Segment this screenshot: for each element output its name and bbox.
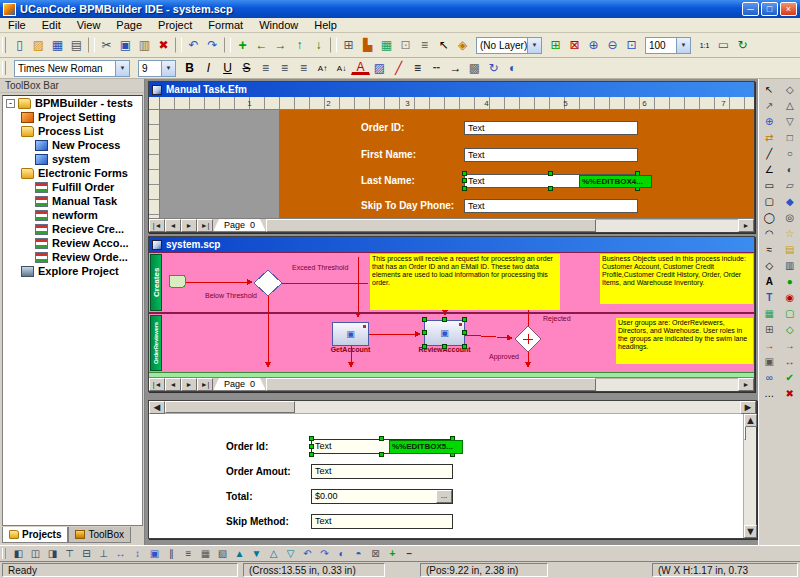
nudge-left-icon[interactable]: ←	[252, 36, 271, 55]
last-page-button[interactable]: ►|	[197, 219, 213, 232]
menu-edit[interactable]: Edit	[34, 18, 69, 33]
edge-label-approved[interactable]: Approved	[489, 353, 519, 360]
layer-select[interactable]: (No Layer) ▼	[476, 37, 542, 54]
tree-item-explore-project[interactable]: Explore Project	[3, 264, 142, 278]
zoom-actual-icon[interactable]: 1:1	[695, 36, 714, 55]
insert-chart-icon[interactable]: ▙	[358, 36, 377, 55]
order-id-input[interactable]: Text	[464, 121, 638, 135]
insert-image-icon[interactable]: ▦	[377, 36, 396, 55]
tree-item-process-list[interactable]: Process List	[3, 124, 142, 138]
manual-task-titlebar[interactable]: Manual Task.Efm	[149, 82, 754, 97]
add-element-icon[interactable]: +	[233, 36, 252, 55]
flip-icon[interactable]: ◐	[503, 59, 522, 78]
bring-to-front-icon[interactable]: ▲	[231, 546, 248, 561]
copy-icon[interactable]: ▣	[116, 36, 135, 55]
vertical-scrollbar[interactable]: ▲ ▼	[743, 414, 756, 538]
menu-view[interactable]: View	[69, 18, 109, 33]
zoom-window-icon[interactable]: ⊡	[622, 36, 641, 55]
order-amount-input[interactable]: Text	[311, 464, 453, 479]
link-tool-icon[interactable]: ∞	[761, 369, 778, 385]
horizontal-scrollbar-track[interactable]	[295, 401, 740, 413]
align-right-edges-icon[interactable]: ◨	[44, 546, 61, 561]
dropdown-arrow-icon[interactable]: ▼	[161, 61, 175, 76]
line-tool-icon[interactable]: ╱	[761, 145, 778, 161]
task-node-icon[interactable]: ▢	[781, 305, 798, 321]
arrow-connector-icon[interactable]: →	[781, 337, 798, 353]
nudge-up-icon[interactable]: ↑	[290, 36, 309, 55]
menu-page[interactable]: Page	[108, 18, 150, 33]
menu-project[interactable]: Project	[150, 18, 200, 33]
total-input[interactable]: $0.00	[311, 489, 453, 504]
horizontal-scrollbar-thumb[interactable]	[266, 378, 596, 391]
redo-icon[interactable]: ↷	[203, 36, 222, 55]
zoom-in-icon[interactable]: ⊕	[584, 36, 603, 55]
lock-icon[interactable]: ⊠	[367, 546, 384, 561]
toolbar-grip[interactable]	[2, 548, 6, 559]
shadow-icon[interactable]: ▩	[465, 59, 484, 78]
menu-format[interactable]: Format	[200, 18, 251, 33]
font-shrink-icon[interactable]: A↓	[332, 59, 351, 78]
horizontal-scrollbar-track[interactable]	[596, 378, 738, 391]
text-tool-icon[interactable]: A	[761, 273, 778, 289]
align-right-icon[interactable]: ≡	[294, 59, 313, 78]
show-grid-icon[interactable]: ⊡	[396, 36, 415, 55]
zoom-select[interactable]: 100 ▼	[645, 37, 691, 54]
square-shape-icon[interactable]: □	[781, 129, 798, 145]
align-left-edges-icon[interactable]: ◧	[10, 546, 27, 561]
tree-item-manual-task[interactable]: Manual Task	[3, 194, 142, 208]
order-form-canvas[interactable]: Order Id: Text %%EDITBOX5... Order Amout…	[149, 414, 743, 538]
align-bottom-icon[interactable]: ⊥	[95, 546, 112, 561]
next-page-button[interactable]: ►	[181, 219, 197, 232]
send-backward-icon[interactable]: ▽	[282, 546, 299, 561]
tab-projects[interactable]: Projects	[2, 527, 68, 543]
collapse-icon[interactable]: -	[6, 99, 15, 108]
rect-tool-icon[interactable]: ▭	[761, 177, 778, 193]
tree-item-review-account[interactable]: Review Acco...	[3, 236, 142, 250]
start-node[interactable]	[169, 275, 185, 287]
process-note[interactable]: This process will receive a request for …	[370, 254, 560, 310]
fill-color-icon[interactable]: ▨	[370, 59, 389, 78]
delete-node-icon[interactable]: −	[401, 546, 418, 561]
toolbar-grip[interactable]	[2, 37, 6, 54]
nudge-right-icon[interactable]: →	[271, 36, 290, 55]
tree-item-root[interactable]: - BPMBuilder - tests	[3, 96, 142, 110]
parallelogram-shape-icon[interactable]: ▱	[781, 177, 798, 193]
paste-icon[interactable]: ▥	[135, 36, 154, 55]
same-height-icon[interactable]: ↕	[129, 546, 146, 561]
dropdown-arrow-icon[interactable]: ▼	[676, 38, 690, 53]
rotate-left-icon[interactable]: ↶	[299, 546, 316, 561]
separator[interactable]	[330, 37, 337, 53]
layer-remove-icon[interactable]: ⊠	[565, 36, 584, 55]
flip-vertical-icon[interactable]: ◓	[350, 546, 367, 561]
pan-tool-icon[interactable]: ⇄	[761, 129, 778, 145]
tree-item-recieve-credit[interactable]: Recieve Cre...	[3, 222, 142, 236]
line-width-icon[interactable]: ≡	[408, 59, 427, 78]
connector-tool-icon[interactable]: →	[761, 337, 778, 353]
business-objects-note[interactable]: Business Objects used in this process in…	[600, 254, 753, 304]
horizontal-scrollbar-thumb[interactable]	[165, 401, 295, 413]
label-tool-icon[interactable]: T	[761, 289, 778, 305]
font-size-select[interactable]: 9 ▼	[138, 60, 176, 77]
table-tool-icon[interactable]: ⊞	[761, 321, 778, 337]
ellipse-tool-icon[interactable]: ◯	[761, 209, 778, 225]
bring-forward-icon[interactable]: △	[265, 546, 282, 561]
form-design-canvas[interactable]: Order ID: Text First Name: Text Last Nam…	[160, 110, 754, 218]
dropdown-arrow-icon[interactable]: ▼	[115, 61, 129, 76]
save-icon[interactable]: ▦	[48, 36, 67, 55]
new-icon[interactable]: ▯	[10, 36, 29, 55]
phone-input[interactable]: Text	[464, 199, 638, 213]
flip-horizontal-icon[interactable]: ◐	[333, 546, 350, 561]
maximize-button[interactable]: □	[761, 2, 778, 16]
tree-item-electronic-forms[interactable]: Electronic Forms	[3, 166, 142, 180]
filled-diamond-shape-icon[interactable]: ◆	[781, 193, 798, 209]
tree-item-project-setting[interactable]: Project Setting	[3, 110, 142, 124]
insert-table-icon[interactable]: ⊞	[339, 36, 358, 55]
same-width-icon[interactable]: ↔	[112, 546, 129, 561]
rotate-right-icon[interactable]: ↷	[316, 546, 333, 561]
menu-file[interactable]: File	[0, 18, 34, 33]
swimlane-header-orderreviewers[interactable]: OrderReviewers	[150, 315, 162, 371]
horizontal-scrollbar-track[interactable]	[596, 219, 738, 232]
group-tool-icon[interactable]: ▣	[761, 353, 778, 369]
tree-item-new-process[interactable]: New Process	[3, 138, 142, 152]
menu-help[interactable]: Help	[306, 18, 345, 33]
